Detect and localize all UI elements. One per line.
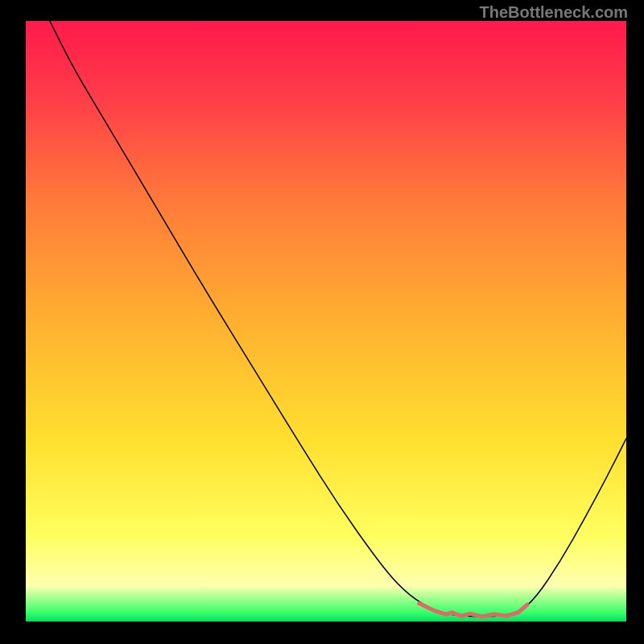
chart-svg [26,21,626,621]
plot-area [26,21,626,621]
chart-container: TheBottleneck.com [0,0,644,644]
watermark-text: TheBottleneck.com [480,3,628,22]
gradient-background [26,21,626,621]
